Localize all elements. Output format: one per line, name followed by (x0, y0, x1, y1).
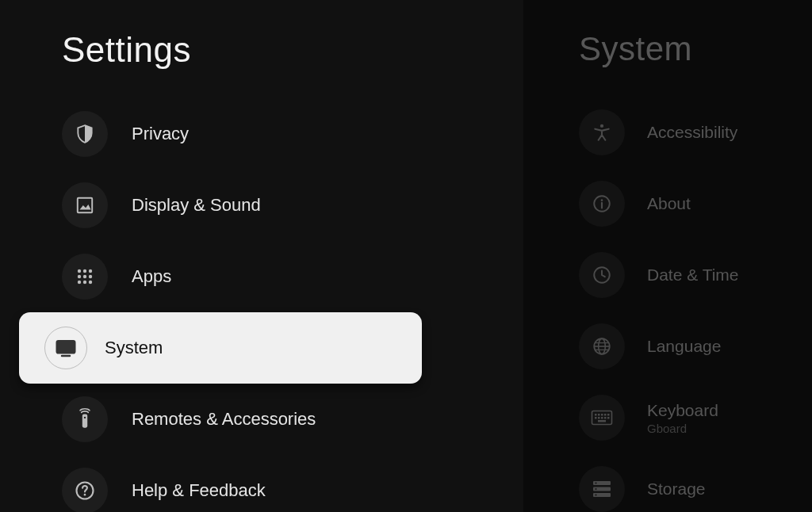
system-item-storage[interactable]: Storage (523, 453, 812, 512)
settings-item-label: Privacy (132, 124, 189, 144)
apps-grid-icon (62, 254, 108, 300)
settings-item-label: Remotes & Accessories (132, 409, 316, 430)
svg-rect-10 (57, 341, 75, 353)
svg-rect-30 (595, 417, 597, 419)
settings-item-privacy[interactable]: Privacy (0, 98, 523, 170)
svg-point-6 (89, 275, 92, 278)
settings-item-apps[interactable]: Apps (0, 241, 523, 312)
settings-title: Settings (0, 30, 523, 70)
svg-point-7 (78, 281, 81, 284)
svg-point-13 (84, 417, 86, 418)
svg-point-18 (601, 199, 603, 201)
svg-point-1 (78, 269, 81, 273)
svg-point-16 (600, 124, 603, 128)
svg-point-41 (596, 495, 597, 496)
system-item-label: Storage (647, 480, 706, 499)
system-item-label: Language (647, 337, 721, 356)
settings-item-remotes[interactable]: Remotes & Accessories (0, 384, 523, 455)
system-item-label: Keyboard (647, 401, 718, 420)
system-list: Accessibility About Date & Time (523, 97, 812, 512)
system-item-about[interactable]: About (523, 168, 812, 239)
system-item-label: Date & Time (647, 266, 739, 285)
remote-icon (62, 396, 108, 442)
svg-rect-26 (598, 414, 600, 416)
svg-rect-25 (595, 414, 597, 416)
svg-point-40 (596, 488, 597, 490)
settings-item-label: Display & Sound (132, 195, 261, 216)
settings-panel: Settings Privacy Display & Sound (0, 0, 523, 512)
svg-point-2 (83, 269, 86, 273)
svg-rect-12 (82, 415, 87, 428)
svg-rect-33 (604, 417, 607, 419)
svg-point-4 (78, 275, 81, 278)
settings-item-system[interactable]: System (19, 312, 422, 384)
help-icon (62, 468, 108, 512)
svg-rect-0 (78, 198, 92, 212)
settings-list: Privacy Display & Sound Apps (0, 98, 523, 512)
tv-icon (44, 327, 87, 369)
system-item-language[interactable]: Language (523, 311, 812, 382)
system-item-date-time[interactable]: Date & Time (523, 239, 812, 311)
svg-rect-28 (604, 414, 607, 416)
svg-point-9 (89, 281, 92, 284)
accessibility-icon (579, 109, 625, 155)
svg-point-5 (83, 275, 86, 278)
settings-item-label: Help & Feedback (132, 480, 266, 501)
svg-point-39 (596, 483, 597, 484)
globe-icon (579, 323, 625, 369)
svg-rect-27 (601, 414, 603, 416)
settings-item-label: Apps (132, 266, 171, 287)
shield-icon (62, 111, 108, 157)
system-item-label: About (647, 194, 691, 213)
system-panel: System Accessibility About (523, 0, 812, 512)
svg-rect-29 (607, 414, 610, 416)
svg-rect-34 (607, 417, 610, 419)
svg-rect-32 (601, 417, 603, 419)
svg-rect-35 (598, 420, 606, 422)
system-item-label: Accessibility (647, 123, 737, 142)
system-item-accessibility[interactable]: Accessibility (523, 97, 812, 168)
settings-item-display-sound[interactable]: Display & Sound (0, 170, 523, 241)
keyboard-icon (579, 395, 625, 441)
system-item-sublabel: Gboard (647, 422, 718, 435)
clock-icon (579, 252, 625, 298)
svg-point-15 (84, 494, 86, 496)
svg-point-3 (89, 269, 92, 273)
system-item-keyboard[interactable]: Keyboard Gboard (523, 382, 812, 453)
settings-item-help[interactable]: Help & Feedback (0, 455, 523, 512)
image-icon (62, 182, 108, 228)
storage-icon (579, 466, 625, 512)
info-icon (579, 181, 625, 227)
svg-rect-31 (598, 417, 600, 419)
svg-point-8 (83, 281, 86, 284)
settings-item-label: System (105, 338, 163, 358)
system-title: System (523, 30, 812, 68)
